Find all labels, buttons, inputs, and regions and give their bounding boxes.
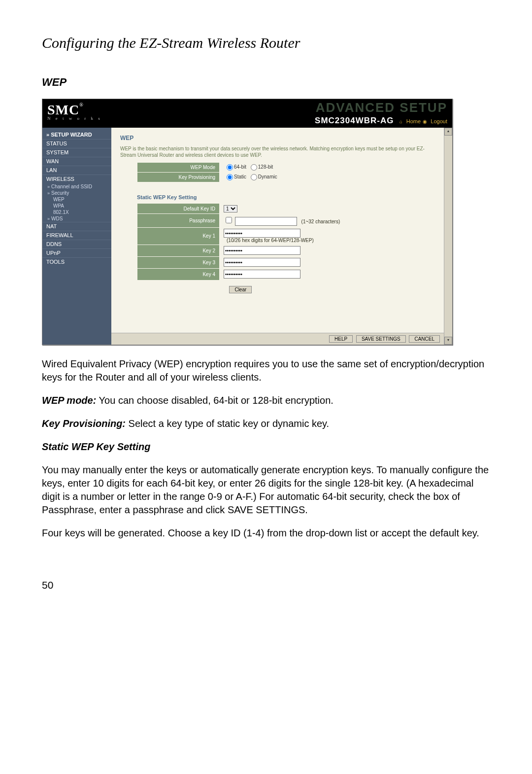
key3-input[interactable] [224, 258, 300, 267]
sidebar-item-wds[interactable]: »WDS [42, 215, 111, 222]
arrow-icon: » [47, 216, 50, 221]
sidebar-item-firewall[interactable]: FIREWALL [42, 231, 111, 240]
section-heading: WEP [42, 76, 493, 89]
sidebar-item-setup-wizard[interactable]: » SETUP WIZARD [42, 131, 111, 139]
panel-desc: WEP is the basic mechanism to transmit y… [120, 145, 435, 158]
arrow-icon: » [47, 191, 50, 196]
scroll-down-icon[interactable]: ▾ [444, 337, 452, 345]
logout-link[interactable]: Logout [431, 118, 447, 124]
model-number: SMC2304WBR-AG [315, 116, 394, 125]
logo-reg: ® [79, 102, 83, 107]
sidebar-item-wep[interactable]: WEP [42, 196, 111, 203]
sidebar-item-channel[interactable]: »Channel and SSID [42, 183, 111, 190]
default-key-select[interactable]: 1 [224, 205, 237, 212]
sidebar-item-system[interactable]: SYSTEM [42, 148, 111, 157]
save-settings-button[interactable]: SAVE SETTINGS [356, 335, 406, 343]
sidebar-item-upnp[interactable]: UPnP [42, 248, 111, 257]
help-button[interactable]: HELP [329, 335, 353, 343]
sidebar-item-ddns[interactable]: DDNS [42, 240, 111, 248]
wep-mode-128-radio[interactable] [251, 164, 257, 171]
sidebar-item-security[interactable]: »Security [42, 190, 111, 196]
passphrase-label: Passphrase [137, 214, 220, 228]
key-prov-label: Key Provisioning [137, 173, 220, 182]
sidebar-item-wan[interactable]: WAN [42, 157, 111, 166]
wep-mode-desc: You can choose disabled, 64-bit or 128-b… [96, 395, 333, 406]
passphrase-checkbox[interactable] [226, 217, 232, 223]
key-prov-dynamic-radio[interactable] [251, 174, 257, 180]
paragraph-5: Four keys will be generated. Choose a ke… [42, 527, 493, 540]
key4-label: Key 4 [137, 268, 220, 280]
passphrase-hint: (1~32 characters) [301, 219, 340, 224]
key-prov-dynamic-text: Dynamic [258, 174, 277, 179]
passphrase-input[interactable] [235, 217, 297, 226]
sidebar-item-lan[interactable]: LAN [42, 166, 111, 175]
sidebar-item-8021x[interactable]: 802.1X [42, 209, 111, 215]
logo-sub: N e t w o r k s [47, 116, 102, 121]
cancel-button[interactable]: CANCEL [409, 335, 440, 343]
arrow-icon: » [47, 184, 50, 189]
key4-input[interactable] [224, 270, 300, 279]
content-panel: WEP WEP is the basic mechanism to transm… [111, 128, 444, 345]
router-screenshot: SMC® N e t w o r k s ADVANCED SETUP SMC2… [42, 99, 453, 345]
static-key-heading: Static WEP Key Setting [137, 194, 435, 200]
logo: SMC® N e t w o r k s [47, 102, 102, 121]
scroll-up-icon[interactable]: ▴ [444, 128, 452, 136]
key-prov-static-text: Static [234, 174, 246, 179]
paragraph-4: You may manually enter the keys or autom… [42, 463, 493, 517]
footer-buttons: HELP SAVE SETTINGS CANCEL [111, 333, 444, 345]
key1-input[interactable] [224, 229, 300, 238]
key2-input[interactable] [224, 246, 300, 255]
key2-label: Key 2 [137, 245, 220, 256]
wep-mode-64-text: 64-bit [234, 164, 246, 170]
sidebar-item-wpa[interactable]: WPA [42, 203, 111, 209]
sidebar: » SETUP WIZARD STATUS SYSTEM WAN LAN WIR… [42, 128, 111, 345]
wep-mode-label: WEP Mode [137, 163, 220, 173]
key1-hint: (10/26 hex digits for 64-WEP/128-WEP) [227, 238, 314, 243]
clear-button[interactable]: Clear [229, 286, 252, 293]
wep-mode-table: WEP Mode 64-bit 128-bit Key Provisioning… [137, 162, 281, 182]
logo-brand: SMC [47, 102, 79, 117]
panel-title: WEP [120, 135, 435, 141]
static-key-table: Default Key ID 1 Passphrase (1~32 cha [137, 203, 344, 299]
model-bar: SMC2304WBR-AG ⌂ Home ◉ Logout [315, 116, 447, 126]
key1-label: Key 1 [137, 227, 220, 245]
paragraph-1: Wired Equivalent Privacy (WEP) encryptio… [42, 357, 493, 384]
paragraph-3: Key Provisioning: Select a key type of s… [42, 417, 493, 430]
key-prov-desc: Select a key type of static key or dynam… [126, 418, 329, 429]
screenshot-header: SMC® N e t w o r k s ADVANCED SETUP SMC2… [42, 99, 452, 128]
wep-mode-term: WEP mode: [42, 395, 96, 406]
default-key-label: Default Key ID [137, 204, 220, 214]
wep-mode-128-text: 128-bit [258, 164, 273, 170]
sidebar-item-nat[interactable]: NAT [42, 222, 111, 231]
static-wep-subheading: Static WEP Key Setting [42, 441, 493, 453]
sidebar-item-status[interactable]: STATUS [42, 139, 111, 148]
scrollbar[interactable]: ▴ ▾ [444, 128, 452, 345]
key3-label: Key 3 [137, 256, 220, 268]
page-number: 50 [42, 579, 493, 591]
sidebar-item-tools[interactable]: TOOLS [42, 257, 111, 266]
key-prov-term: Key Provisioning: [42, 418, 126, 429]
home-icon: ⌂ [399, 119, 402, 124]
wep-mode-64-radio[interactable] [227, 164, 233, 171]
advanced-setup-label: ADVANCED SETUP [316, 100, 447, 115]
page-title: Configuring the EZ-Stream Wireless Route… [42, 35, 493, 51]
paragraph-2: WEP mode: You can choose disabled, 64-bi… [42, 394, 493, 407]
home-link[interactable]: Home [406, 118, 421, 124]
logout-icon: ◉ [423, 119, 427, 124]
key-prov-static-radio[interactable] [227, 174, 233, 180]
sidebar-item-wireless[interactable]: WIRELESS [42, 175, 111, 183]
